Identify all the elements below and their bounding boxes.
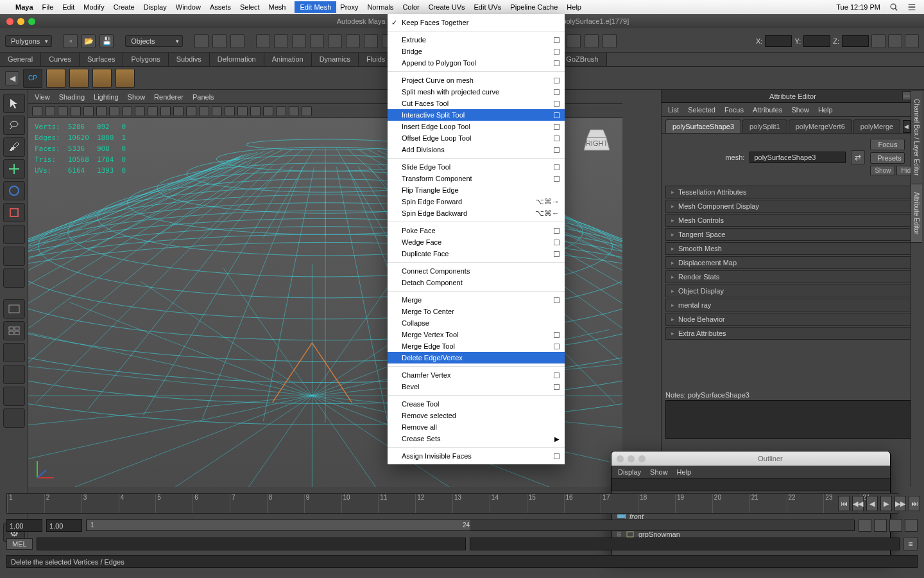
save-scene-icon[interactable]: 💾 [99,34,114,48]
menu-item[interactable]: Remove selected [388,410,565,421]
cmd-input[interactable] [37,538,466,550]
focus-button[interactable]: Focus [870,139,905,150]
shelf-tab-animation[interactable]: Animation [264,53,312,66]
vp-icon[interactable] [135,106,145,116]
ae-menu-list[interactable]: List [668,106,679,114]
ae-menu-attributes[interactable]: Attributes [753,106,782,114]
menu-item[interactable]: Crease Sets▶ [388,433,565,444]
range-bar[interactable]: 1 24 [86,520,855,531]
mask-icon-4[interactable] [310,34,324,48]
menu-item[interactable]: Offset Edge Loop Tool [388,132,565,144]
sel-hierarchy-icon[interactable] [194,34,209,48]
menu-edit-mesh[interactable]: Edit Mesh [295,1,336,13]
edit-mesh-dropdown[interactable]: ✓Keep Faces TogetherExtrudeBridgeAppend … [388,14,565,464]
move-tool[interactable] [3,159,25,179]
vp-icon[interactable] [122,106,132,116]
close-icon[interactable] [6,18,13,25]
menu-item[interactable]: Duplicate Face [388,248,565,259]
range-start-field[interactable]: 1.00 [6,519,42,532]
goto-end-icon[interactable]: ⏭ [909,496,920,511]
notes-textarea[interactable] [665,400,920,439]
menu-item[interactable]: Merge To Center [388,306,565,317]
scale-tool[interactable] [3,203,25,222]
vp-icon[interactable] [173,106,184,116]
panel-toggle-2[interactable] [888,34,902,48]
presets-button[interactable]: Presets [870,152,905,164]
vp-icon[interactable] [302,106,312,116]
vp-menu-panels[interactable]: Panels [193,93,214,101]
vp-menu-view[interactable]: View [35,93,50,101]
ae-menu-show[interactable]: Show [791,106,809,114]
cmd-lang-label[interactable]: MEL [6,538,33,550]
section-extra[interactable]: Extra Attributes [665,327,920,340]
coord-x-input[interactable] [765,35,792,47]
ot-menu-help[interactable]: Help [677,468,692,476]
ae-tab-prev[interactable]: ◀ [903,120,910,133]
list-icon[interactable] [907,3,916,12]
time-ruler[interactable]: 123456789101112131415161718192021222324 [7,494,898,513]
vp-icon[interactable] [109,106,119,116]
ae-tab-mergevert[interactable]: polyMergeVert6 [789,119,852,133]
ae-menu-selected[interactable]: Selected [688,106,715,114]
menu-help[interactable]: Help [567,3,581,11]
goto-start-icon[interactable]: ⏮ [838,496,850,511]
vp-icon[interactable] [58,106,68,116]
mask-icon-6[interactable] [346,34,360,48]
vp-icon[interactable] [250,106,261,116]
layout-four[interactable] [3,321,25,340]
render-icon-3[interactable] [567,34,581,48]
panel-toggle-3[interactable] [905,34,919,48]
mask-icon-2[interactable] [274,34,288,48]
io-icon[interactable]: ⇄ [851,150,865,164]
mask-icon-3[interactable] [292,34,306,48]
menu-color[interactable]: Color [402,3,419,11]
range-playstart-field[interactable]: 1.00 [46,519,82,532]
menu-normals[interactable]: Normals [367,3,393,11]
render-icon-5[interactable] [603,34,617,48]
coord-z-input[interactable] [842,35,869,47]
vp-icon[interactable] [32,106,42,116]
menu-item[interactable]: Merge [388,294,565,306]
menu-item[interactable]: Add Divisions [388,144,565,155]
shelf-collapse-icon[interactable]: ◀ [5,71,19,85]
vp-icon[interactable] [96,106,107,116]
side-tab-ae[interactable]: Attribute Editor [911,184,922,243]
vp-icon[interactable] [199,106,209,116]
menu-item[interactable]: Slide Edge Tool [388,161,565,173]
menu-item[interactable]: Append to Polygon Tool [388,57,565,69]
lasso-tool[interactable] [3,116,25,135]
rotate-tool[interactable] [3,181,25,200]
script-editor-icon[interactable]: ≡ [903,537,918,551]
shelf-tab-deformation[interactable]: Deformation [210,53,264,66]
layout-single[interactable] [3,299,25,319]
shelf-tab-curves[interactable]: Curves [41,53,80,66]
vp-icon[interactable] [289,106,299,116]
menu-edit-uvs[interactable]: Edit UVs [474,3,502,11]
menu-item[interactable]: Spin Edge Forward⌥⌘→ [388,196,565,207]
sel-object-icon[interactable] [212,34,227,48]
menu-item[interactable]: Merge Edge Tool [388,340,565,352]
menu-item[interactable]: Remove all [388,421,565,433]
shelf-button-4[interactable] [116,69,135,88]
menu-item[interactable]: Poke Face [388,225,565,236]
play-fwd-icon[interactable]: ▶ [880,496,892,511]
menu-assets[interactable]: Assets [210,3,231,11]
anim-prefs-icon[interactable] [889,519,902,532]
mesh-name-input[interactable] [749,152,846,163]
menu-item[interactable]: Crease Tool [388,398,565,410]
script-icon[interactable] [905,519,918,532]
ot-min-icon[interactable] [628,455,635,462]
ot-zoom-icon[interactable] [638,455,646,462]
menu-mesh[interactable]: Mesh [268,3,286,11]
menu-item[interactable]: Project Curve on mesh [388,74,565,86]
menu-pipeline-cache[interactable]: Pipeline Cache [510,3,558,11]
section-disp[interactable]: Displacement Map [665,256,920,269]
section-render[interactable]: Render Stats [665,270,920,283]
paint-select-tool[interactable]: 🖌 [3,137,25,157]
shelf-button-2[interactable] [69,69,89,88]
section-smooth[interactable]: Smooth Mesh [665,242,920,255]
ae-menu-help[interactable]: Help [818,106,833,114]
menu-create-uvs[interactable]: Create UVs [429,3,465,11]
mask-icon-7[interactable] [364,34,378,48]
menu-edit[interactable]: Edit [62,3,74,11]
